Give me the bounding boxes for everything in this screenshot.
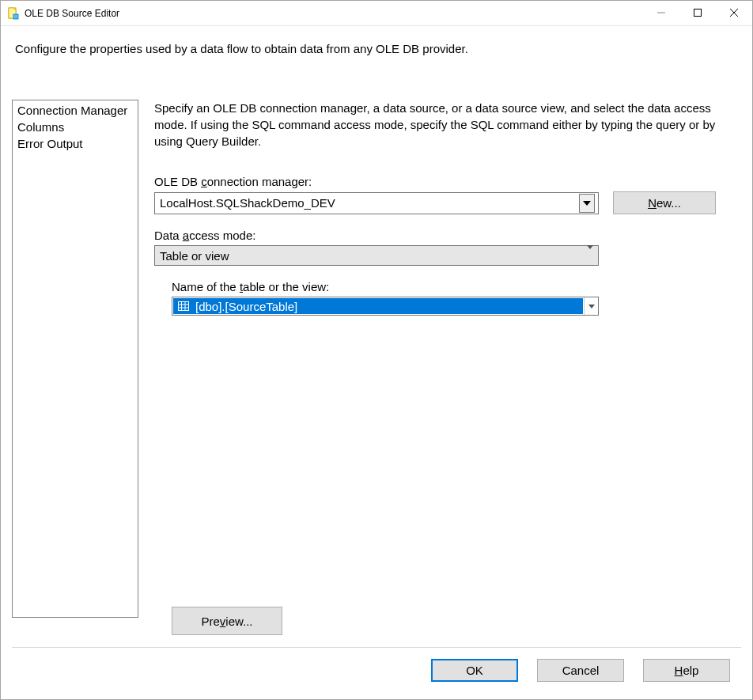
- svg-rect-1: [13, 14, 18, 19]
- sidebar-item-error-output[interactable]: Error Output: [13, 135, 138, 152]
- connection-manager-label: OLE DB connection manager:: [154, 175, 741, 188]
- data-access-mode-combo[interactable]: Table or view: [154, 245, 599, 266]
- label-post: onnection manager:: [207, 175, 312, 188]
- window-title: OLE DB Source Editor: [25, 8, 643, 19]
- cancel-button[interactable]: Cancel: [537, 659, 624, 682]
- window-controls: [643, 1, 752, 25]
- close-button[interactable]: [716, 1, 752, 25]
- table-name-selected: [dbo].[SourceTable]: [173, 298, 583, 314]
- dropdown-icon: [587, 249, 593, 263]
- svg-rect-6: [179, 301, 189, 310]
- label-ul: c: [201, 175, 207, 188]
- pane-description: Specify an OLE DB connection manager, a …: [154, 100, 741, 149]
- side-navigation: Connection Manager Columns Error Output: [12, 100, 138, 618]
- minimize-button[interactable]: [643, 1, 679, 25]
- table-name-value: [dbo].[SourceTable]: [195, 300, 297, 313]
- sidebar-item-connection-manager[interactable]: Connection Manager: [13, 102, 138, 119]
- right-pane: Specify an OLE DB connection manager, a …: [154, 100, 741, 638]
- connection-manager-value: LocalHost.SQLShackDemo_DEV: [160, 196, 579, 210]
- app-icon: [7, 7, 20, 20]
- connection-manager-combo[interactable]: LocalHost.SQLShackDemo_DEV: [154, 192, 599, 214]
- table-section: Name of the table or the view:: [172, 280, 741, 316]
- maximize-button[interactable]: [679, 1, 716, 25]
- label-pre: OLE DB: [154, 175, 201, 188]
- dropdown-icon[interactable]: [579, 194, 595, 213]
- data-access-mode-value: Table or view: [160, 249, 229, 263]
- sidebar-item-columns[interactable]: Columns: [13, 119, 138, 135]
- dropdown-icon[interactable]: [584, 297, 598, 315]
- content-area: Configure the properties used by a data …: [1, 26, 752, 699]
- help-button[interactable]: Help: [643, 659, 730, 682]
- data-access-mode-label: Data access mode:: [154, 229, 741, 242]
- main-row: Connection Manager Columns Error Output …: [12, 100, 741, 638]
- footer-buttons: OK Cancel Help: [12, 659, 741, 693]
- preview-button[interactable]: Preview...: [172, 607, 282, 635]
- table-icon: [178, 300, 189, 313]
- separator: [12, 647, 741, 648]
- ok-button[interactable]: OK: [431, 659, 518, 682]
- intro-text: Configure the properties used by a data …: [15, 42, 738, 55]
- new-button[interactable]: New...: [613, 191, 716, 214]
- dialog-window: OLE DB Source Editor Configure the prope…: [0, 0, 753, 700]
- svg-rect-3: [694, 9, 702, 17]
- table-name-combo[interactable]: [dbo].[SourceTable]: [172, 297, 599, 316]
- titlebar: OLE DB Source Editor: [1, 1, 752, 26]
- table-name-label: Name of the table or the view:: [172, 280, 741, 293]
- connection-manager-row: LocalHost.SQLShackDemo_DEV New...: [154, 191, 741, 214]
